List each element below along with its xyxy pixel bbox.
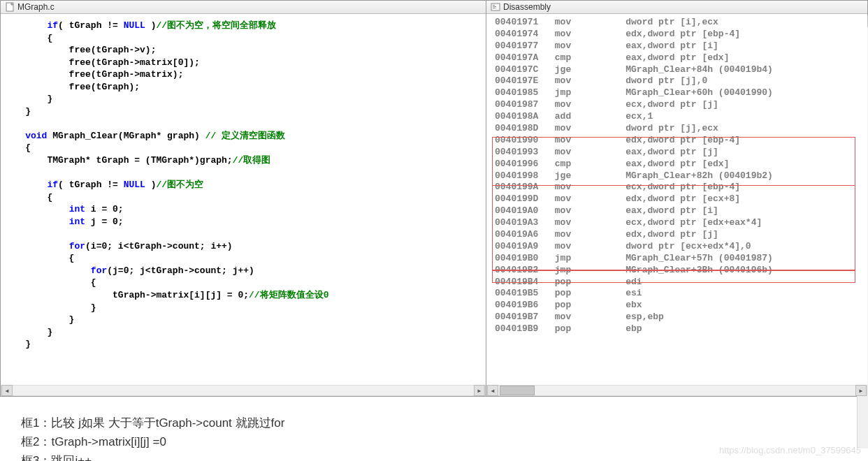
disassembly-icon (491, 2, 500, 12)
code-line (3, 167, 483, 180)
scroll-left-icon[interactable]: ◀ (1, 385, 13, 396)
svg-rect-2 (493, 5, 495, 6)
source-panel: MGraph.c if( tGraph != NULL )//图不为空，将空间全… (1, 1, 486, 396)
source-panel-title: MGraph.c (17, 2, 55, 12)
code-line: free(tGraph); (3, 81, 483, 94)
scroll-right-icon[interactable]: ▶ (855, 385, 867, 396)
disasm-line: 004019B6 pop ebx (495, 300, 859, 312)
code-line: } (3, 326, 483, 339)
code-line: for(j=0; j<tGraph->count; j++) (3, 265, 483, 277)
code-line: TMGraph* tGraph = (TMGraph*)graph;//取得图 (3, 154, 483, 167)
code-line: { (3, 32, 483, 45)
disasm-line: 00401987 mov ecx,dword ptr [j] (495, 99, 859, 111)
code-line: free(tGraph->matrix); (3, 68, 483, 81)
code-line: for(i=0; i<tGraph->count; i++) (3, 240, 483, 253)
disasm-line: 00401993 mov eax,dword ptr [j] (495, 147, 859, 159)
annotation-line: 框1：比较 j如果 大于等于tGraph->count 就跳过for (21, 414, 847, 432)
disasm-line: 00401985 jmp MGraph_Clear+60h (00401990) (495, 87, 859, 99)
disasm-line: 00401996 cmp eax,dword ptr [edx] (495, 159, 859, 170)
ide-container: MGraph.c if( tGraph != NULL )//图不为空，将空间全… (0, 0, 868, 397)
scroll-right-icon[interactable]: ▶ (474, 385, 485, 396)
disasm-line: 004019B5 pop esi (495, 288, 859, 300)
code-line: } (3, 93, 483, 105)
source-code-area[interactable]: if( tGraph != NULL )//图不为空，将空间全部释放 { fre… (1, 14, 486, 385)
code-line: } (3, 338, 483, 351)
watermark-text: https://blog.csdn.net/m0_37599645 (719, 445, 861, 455)
code-line: } (3, 314, 483, 326)
code-line (3, 228, 483, 240)
disasm-line: 00401990 mov edx,dword ptr [ebp-4] (495, 135, 859, 147)
code-line: free(tGraph->v); (3, 44, 483, 57)
disasm-line: 004019A0 mov eax,dword ptr [i] (495, 205, 859, 217)
disasm-line: 004019B7 mov esp,ebp (495, 312, 859, 323)
code-line: int j = 0; (3, 216, 483, 228)
code-line: if( tGraph != NULL )//图不为空 (3, 179, 483, 191)
scroll-left-icon[interactable]: ◀ (487, 385, 498, 396)
code-line: { (3, 142, 483, 154)
disasm-line: 00401971 mov dword ptr [i],ecx (495, 17, 859, 29)
disasm-line: 0040197E mov dword ptr [j],0 (495, 75, 859, 87)
horizontal-scrollbar[interactable]: ◀ ▶ (1, 385, 486, 396)
disasm-line: 0040198D mov dword ptr [j],ecx (495, 123, 859, 135)
disasm-line: 00401998 jge MGraph_Clear+82h (004019b2) (495, 170, 859, 182)
code-line: { (3, 277, 483, 289)
disasm-line: 0040197A cmp eax,dword ptr [edx] (495, 52, 859, 64)
disasm-line: 004019B2 jmp MGraph_Clear+3Bh (0040196b) (495, 265, 859, 277)
disasm-line: 004019B4 pop edi (495, 277, 859, 288)
code-line: } (3, 105, 483, 118)
disasm-line: 0040199D mov edx,dword ptr [ecx+8] (495, 193, 859, 205)
disassembly-panel-header: Disassembly (486, 1, 867, 14)
svg-rect-3 (493, 6, 496, 7)
disasm-line: 00401977 mov eax,dword ptr [i] (495, 41, 859, 52)
code-line: free(tGraph->matrix[0]); (3, 57, 483, 69)
source-panel-header: MGraph.c (1, 1, 486, 14)
code-line: int i = 0; (3, 203, 483, 216)
disasm-line: 004019B9 pop ebp (495, 323, 859, 335)
horizontal-scrollbar-right[interactable]: ◀ ▶ (486, 385, 867, 396)
code-line: } (3, 302, 483, 314)
code-line: if( tGraph != NULL )//图不为空，将空间全部释放 (3, 20, 483, 32)
disasm-line: 004019A3 mov ecx,dword ptr [edx+eax*4] (495, 217, 859, 229)
disasm-line: 004019B0 jmp MGraph_Clear+57h (00401987) (495, 253, 859, 265)
disasm-line: 0040198A add ecx,1 (495, 111, 859, 123)
disasm-line: 00401974 mov edx,dword ptr [ebp-4] (495, 29, 859, 41)
disasm-line: 004019A6 mov edx,dword ptr [j] (495, 229, 859, 241)
disassembly-panel-title: Disassembly (503, 2, 551, 12)
code-line: { (3, 191, 483, 204)
scrollbar-thumb[interactable] (500, 386, 535, 395)
code-line: void MGraph_Clear(MGraph* graph) // 定义清空… (3, 130, 483, 142)
code-line: tGraph->matrix[i][j] = 0;//将矩阵数值全设0 (3, 289, 483, 302)
disasm-line: 0040199A mov ecx,dword ptr [ebp-4] (495, 182, 859, 193)
disassembly-panel: Disassembly 00401971 mov dword ptr [i],e… (486, 1, 867, 396)
disasm-line: 004019A9 mov dword ptr [ecx+edx*4],0 (495, 241, 859, 253)
code-line (3, 117, 483, 130)
c-file-icon (5, 2, 15, 12)
disasm-line: 0040197C jge MGraph_Clear+84h (004019b4) (495, 64, 859, 76)
svg-rect-4 (493, 8, 496, 8)
code-line: { (3, 252, 483, 265)
disassembly-area[interactable]: 00401971 mov dword ptr [i],ecx00401974 m… (486, 14, 867, 385)
